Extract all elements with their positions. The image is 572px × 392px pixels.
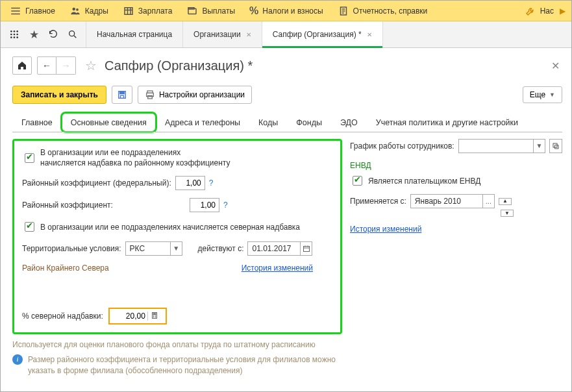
search-icon [68,29,78,40]
calculator-icon[interactable] [147,312,162,321]
svg-point-7 [14,31,16,32]
home-button[interactable] [12,56,32,75]
menu-reports-label: Отчетность, справки [353,6,428,16]
favorite-toggle[interactable]: ☆ [85,58,97,73]
page-header: ← → ☆ Сапфир (Организация) * ✕ [12,55,562,77]
northern-bonus-checkbox[interactable] [25,222,34,232]
regional-coeff-checkbox[interactable] [25,153,34,163]
tab-funds[interactable]: Фонды [287,113,331,132]
envd-since-select[interactable]: Январь 2010 ... [410,194,495,208]
main-menu-bar: Главное Кадры Зарплата Выплаты % Налоги … [1,1,571,21]
rk-input[interactable] [190,198,219,212]
ellipsis-icon[interactable]: ... [482,195,494,208]
home-icon [17,60,27,71]
star-icon: ★ [29,28,39,42]
region-note: Район Крайнего Севера [22,263,109,273]
calendar-icon[interactable] [300,242,312,255]
terr-select[interactable]: РКС ▼ [125,241,182,256]
northern-pct-input[interactable] [110,311,147,321]
info-note-row: i Размер районного коэффициента и террит… [12,354,342,376]
more-button[interactable]: Еще ▼ [523,86,562,103]
tab-policy[interactable]: Учетная политика и другие настройки [367,113,527,132]
history-button[interactable] [44,21,63,47]
tab-basic-info[interactable]: Основные сведения [62,113,156,132]
tab-edo[interactable]: ЭДО [331,113,367,132]
menu-settings-cut[interactable]: Нас [518,3,555,19]
svg-point-0 [72,7,75,10]
table-icon [123,5,134,17]
history-link[interactable]: История изменений [242,263,313,273]
org-settings-button[interactable]: Настройки организации [138,86,252,104]
printer-icon [145,90,155,100]
tab-main[interactable]: Главное [12,113,62,132]
svg-point-13 [14,36,16,38]
wallet-icon [186,5,198,17]
rk-federal-help[interactable]: ? [209,178,214,188]
wrench-icon [525,5,536,17]
envd-since-value: Январь 2010 [411,197,482,206]
terr-since-value: 01.01.2017 [248,244,300,253]
nav-forward-button[interactable]: → [56,56,76,75]
svg-point-26 [155,315,156,316]
tab-organizations[interactable]: Организации✕ [182,21,262,47]
northern-bonus-label: В организации или ее подразделениях начи… [40,223,300,232]
save-button[interactable] [112,86,132,104]
tab-active-label: Сапфир (Организация) * [273,30,362,39]
page-title: Сапфир (Организация) * [105,58,253,73]
tab-close-icon[interactable]: ✕ [367,31,372,38]
svg-point-15 [69,31,75,36]
tab-sapphire[interactable]: Сапфир (Организация) *✕ [262,21,383,47]
chevron-down-icon[interactable]: ▼ [533,140,545,153]
svg-rect-18 [120,95,123,98]
save-and-close-button[interactable]: Записать и закрыть [12,86,106,104]
svg-rect-17 [120,92,125,94]
menu-settings-label: Нас [540,6,554,16]
chevron-down-icon[interactable]: ▼ [170,242,182,255]
history-icon [48,29,58,40]
apps-grid-button[interactable] [5,21,24,47]
northern-pct-label: % северной надбавки: [22,312,103,321]
menu-payments-label: Выплаты [202,6,235,16]
menu-scroll-right[interactable]: ▶ [556,6,569,16]
form-tabs: Главное Основные сведения Адреса и телеф… [12,113,562,132]
envd-spinner-up[interactable]: ▲ [499,198,512,205]
tab-close-icon[interactable]: ✕ [246,31,251,38]
northern-pct-field[interactable] [108,308,167,325]
svg-point-8 [16,31,18,32]
envd-history-link[interactable]: История изменений [350,225,421,234]
menu-taxes[interactable]: % Налоги и взносы [243,3,330,19]
menu-taxes-label: Налоги и взносы [262,6,323,16]
chevron-down-icon: ▼ [549,92,555,98]
tab-addresses[interactable]: Адреса и телефоны [156,113,249,132]
menu-burger[interactable]: Главное [3,3,62,19]
terr-since-input[interactable]: 01.01.2017 [247,241,312,256]
menu-main-label: Главное [25,6,55,16]
svg-point-14 [16,36,18,38]
svg-rect-24 [153,313,156,315]
menu-reports[interactable]: Отчетность, справки [331,3,434,19]
rk-help[interactable]: ? [223,201,228,210]
terr-label: Территориальные условия: [22,244,121,253]
rk-federal-input[interactable] [175,176,205,190]
open-icon [552,142,560,150]
window-tab-strip: ★ Начальная страница Организации✕ Сапфир… [1,21,571,48]
search-button[interactable] [63,21,82,47]
svg-point-28 [155,317,156,317]
favorites-button[interactable]: ★ [24,21,44,47]
tab-codes[interactable]: Коды [249,113,287,132]
envd-checkbox[interactable] [353,176,362,186]
nav-back-button[interactable]: ← [37,56,56,75]
more-label: Еще [530,90,545,99]
page-close-button[interactable]: ✕ [549,57,562,75]
envd-spinner-down[interactable]: ▼ [501,210,514,217]
schedule-select[interactable]: ▼ [458,139,545,153]
tab-home[interactable]: Начальная страница [86,21,183,47]
highlighted-section: В организации или ее подразделениях начи… [12,139,342,334]
regional-coeff-label: В организации или ее подразделениях начи… [40,147,230,168]
menu-staff[interactable]: Кадры [63,3,115,19]
menu-salary[interactable]: Зарплата [116,3,179,19]
open-schedule-button[interactable] [549,139,562,153]
menu-payments[interactable]: Выплаты [180,3,242,19]
tab-org-label: Организации [193,30,241,39]
svg-point-6 [10,31,12,32]
